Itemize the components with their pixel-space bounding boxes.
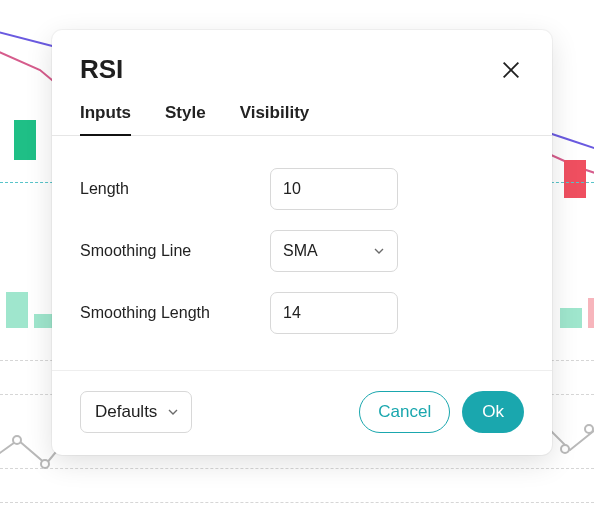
modal-title: RSI xyxy=(80,54,123,85)
defaults-button[interactable]: Defaults xyxy=(80,391,192,433)
smoothing-line-select[interactable]: SMA xyxy=(270,230,398,272)
ok-button[interactable]: Ok xyxy=(462,391,524,433)
chevron-down-icon xyxy=(371,243,387,259)
modal-header: RSI xyxy=(52,30,552,89)
bg-dot xyxy=(560,444,570,454)
tab-style[interactable]: Style xyxy=(165,103,206,135)
chevron-down-icon xyxy=(165,404,181,420)
cancel-button[interactable]: Cancel xyxy=(359,391,450,433)
bg-candle-green xyxy=(14,120,36,160)
bg-dot xyxy=(584,424,594,434)
bg-dot xyxy=(12,435,22,445)
tab-visibility[interactable]: Visibility xyxy=(240,103,310,135)
bg-candle-red xyxy=(564,160,586,198)
bg-dashed-line xyxy=(0,468,594,469)
bg-dot xyxy=(40,459,50,469)
bg-bar xyxy=(560,308,582,328)
bg-bar xyxy=(6,292,28,328)
smoothing-line-value: SMA xyxy=(283,242,318,260)
smoothing-line-label: Smoothing Line xyxy=(80,242,270,260)
bg-dashed-line xyxy=(0,502,594,503)
footer-actions: Cancel Ok xyxy=(359,391,524,433)
length-input[interactable] xyxy=(270,168,398,210)
rsi-settings-modal: RSI Inputs Style Visibility Length Smoot… xyxy=(52,30,552,455)
tabs: Inputs Style Visibility xyxy=(52,89,552,136)
defaults-label: Defaults xyxy=(95,402,157,422)
close-button[interactable] xyxy=(498,57,524,83)
row-length: Length xyxy=(80,158,524,220)
modal-body: Length Smoothing Line SMA Smoothing Leng… xyxy=(52,136,552,370)
tab-inputs[interactable]: Inputs xyxy=(80,103,131,135)
smoothing-length-label: Smoothing Length xyxy=(80,304,270,322)
smoothing-length-input[interactable] xyxy=(270,292,398,334)
row-smoothing-line: Smoothing Line SMA xyxy=(80,220,524,282)
length-label: Length xyxy=(80,180,270,198)
row-smoothing-length: Smoothing Length xyxy=(80,282,524,344)
modal-footer: Defaults Cancel Ok xyxy=(52,370,552,455)
close-icon xyxy=(500,59,522,81)
bg-bar xyxy=(588,298,594,328)
